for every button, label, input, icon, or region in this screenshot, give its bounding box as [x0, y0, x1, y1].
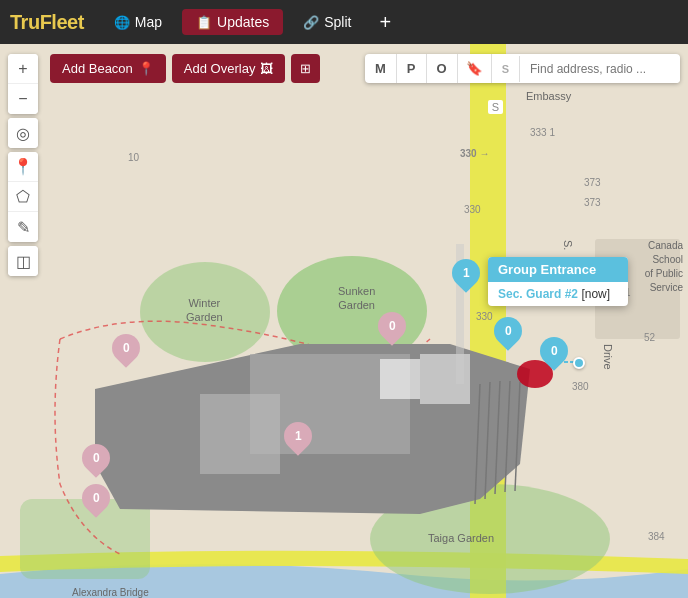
- popup-title: Group Entrance: [488, 257, 628, 282]
- map-background: [0, 44, 688, 598]
- beacon-pin-0a[interactable]: 0: [494, 317, 522, 345]
- map-toolbar: Add Beacon 📍 Add Overlay 🖼 ⊞: [50, 54, 320, 83]
- add-tab-button[interactable]: +: [371, 9, 399, 36]
- map-controls: + − ◎ 📍 ⬠ ✎ ◫: [8, 54, 38, 276]
- search-mode-o-button[interactable]: O: [427, 54, 458, 83]
- add-beacon-button[interactable]: Add Beacon 📍: [50, 54, 166, 83]
- updates-tab-icon: 📋: [196, 15, 212, 30]
- search-area: M P O 🔖 S: [365, 54, 680, 83]
- beacon-blue-dot: [573, 357, 585, 369]
- beacon-pin-pink-0a[interactable]: 0: [378, 312, 406, 340]
- svg-rect-19: [380, 359, 420, 399]
- polygon-button[interactable]: ⬠: [8, 182, 38, 212]
- group-entrance-pin[interactable]: 1: [452, 259, 480, 287]
- svg-rect-18: [200, 394, 280, 474]
- add-overlay-label: Add Overlay: [184, 61, 256, 76]
- edit-button[interactable]: ✎: [8, 212, 38, 242]
- location-controls: ◎: [8, 118, 38, 148]
- tab-map[interactable]: 🌐 Map: [100, 9, 176, 35]
- search-input[interactable]: [520, 55, 680, 83]
- zoom-in-button[interactable]: +: [8, 54, 38, 84]
- toolbar-grid-button[interactable]: ⊞: [291, 54, 320, 83]
- header: TruFleet 🌐 Map 📋 Updates 🔗 Split +: [0, 0, 688, 44]
- draw-controls: 📍 ⬠ ✎: [8, 152, 38, 242]
- tab-updates[interactable]: 📋 Updates: [182, 9, 283, 35]
- beacon-pin-pink-0c[interactable]: 0: [82, 444, 110, 472]
- beacon-pin-0b[interactable]: 0: [540, 337, 568, 365]
- popup-body: Sec. Guard #2 [now]: [488, 282, 628, 306]
- split-tab-icon: 🔗: [303, 15, 319, 30]
- popup-subtitle: Sec. Guard #2: [498, 287, 578, 301]
- locate-button[interactable]: ◎: [8, 118, 38, 148]
- pin-button[interactable]: 📍: [8, 152, 38, 182]
- map-tab-icon: 🌐: [114, 15, 130, 30]
- app-logo: TruFleet: [10, 11, 84, 34]
- beacon-pin-pink-1[interactable]: 1: [284, 422, 312, 450]
- popup-time: [now]: [581, 287, 610, 301]
- drive-label: Drive: [602, 344, 614, 370]
- search-mode-p-button[interactable]: P: [397, 54, 427, 83]
- overlay-image-icon: 🖼: [260, 61, 273, 76]
- layers-controls: ◫: [8, 246, 38, 276]
- logo-tru: Tru: [10, 11, 40, 33]
- map-tab-label: Map: [135, 14, 162, 30]
- ss-label: S: [488, 100, 503, 114]
- svg-point-13: [140, 262, 270, 362]
- beacon-pin-pink-0d[interactable]: 0: [82, 484, 110, 512]
- search-bookmark-button[interactable]: 🔖: [458, 54, 492, 83]
- group-entrance-popup[interactable]: Group Entrance Sec. Guard #2 [now]: [488, 257, 628, 306]
- split-tab-label: Split: [324, 14, 351, 30]
- search-mode-m-button[interactable]: M: [365, 54, 397, 83]
- logo-fleet: Fleet: [40, 11, 84, 33]
- tab-split[interactable]: 🔗 Split: [289, 9, 365, 35]
- beacon-pin-icon: 📍: [138, 61, 154, 76]
- zoom-out-button[interactable]: −: [8, 84, 38, 114]
- beacon-pin-pink-0b[interactable]: 0: [112, 334, 140, 362]
- road-s-label: S.: [562, 240, 574, 250]
- add-beacon-label: Add Beacon: [62, 61, 133, 76]
- zoom-controls: + −: [8, 54, 38, 114]
- map-container: + − ◎ 📍 ⬠ ✎ ◫ Add Beacon 📍 Add Overlay 🖼…: [0, 44, 688, 598]
- updates-tab-label: Updates: [217, 14, 269, 30]
- layers-button[interactable]: ◫: [8, 246, 38, 276]
- search-mode-s-button[interactable]: S: [492, 56, 520, 82]
- add-overlay-button[interactable]: Add Overlay 🖼: [172, 54, 286, 83]
